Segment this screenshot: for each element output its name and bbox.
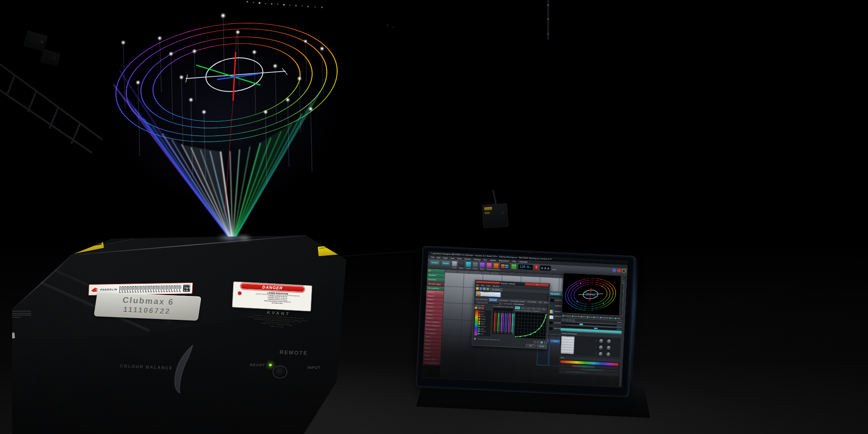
color-settings-content: Training colors Hue 0 — [472, 304, 549, 342]
dialog-menu-item[interactable]: File — [476, 284, 479, 286]
graph-option[interactable]: 1.0s — [526, 307, 531, 309]
input-text: INPUT — [307, 365, 321, 370]
ready-led — [269, 364, 272, 366]
live-bar-item[interactable]: Live Control — [562, 315, 571, 317]
menu-item[interactable]: Update — [490, 259, 496, 261]
menu-item[interactable]: Registration — [499, 259, 510, 262]
test-thumbnail — [549, 304, 554, 309]
menu-item[interactable]: Language — [519, 260, 528, 263]
parameter-list[interactable] — [561, 336, 575, 354]
rotation-knob[interactable] — [606, 339, 612, 344]
projector-settings-dialog: Projector settings ✕ FileEditColorSecuri… — [472, 279, 550, 349]
rocket-button[interactable]: Rocket — [472, 262, 478, 268]
hue-chip — [479, 316, 480, 317]
live-bar-item[interactable]: Zones — [593, 316, 599, 319]
dialog-menu-item[interactable]: Security — [493, 285, 499, 287]
axis-label: Y — [596, 346, 597, 348]
webcam-icon — [529, 253, 530, 254]
rotation-knob[interactable] — [606, 345, 612, 351]
stage-photo-scene: AVOID EXPOSURE LASER RADIATION EMITTED A… — [0, 0, 868, 434]
live-bar-item[interactable]: Effect — [581, 316, 586, 318]
pause-label[interactable]: Pause — [617, 321, 621, 323]
select-button[interactable]: Select — [458, 261, 464, 267]
transition-button[interactable]: Transition — [493, 263, 499, 269]
capture-color-button[interactable] — [478, 307, 480, 309]
master-label: Master — [552, 269, 557, 271]
dialog-tab[interactable]: Track settings — [526, 300, 537, 303]
menu-item[interactable]: View — [450, 257, 454, 259]
rotation-knob[interactable] — [598, 345, 604, 350]
apply-icon[interactable] — [540, 341, 543, 344]
rotation-knob[interactable] — [598, 351, 604, 357]
cloud-button[interactable]: Cloud — [451, 261, 457, 267]
pangolin-brand: PANGOLIN — [100, 288, 118, 291]
dialog-tab[interactable]: Spfx — [538, 300, 543, 304]
checkbox-icon[interactable] — [474, 338, 476, 339]
menu-item[interactable]: Run — [483, 259, 487, 261]
delete-color-button[interactable] — [481, 307, 484, 309]
open-icon[interactable] — [476, 287, 479, 289]
menu-item[interactable]: File — [431, 256, 434, 258]
live-bar-item[interactable]: Zone Card — [572, 315, 580, 317]
qr-code — [183, 285, 191, 292]
blade-button[interactable]: Blade — [479, 262, 485, 268]
blue-tool-icon[interactable] — [612, 269, 616, 272]
graph-option[interactable]: 8.0s — [542, 308, 546, 310]
menu-item[interactable]: Tools — [457, 257, 462, 260]
dark-tool-icon[interactable] — [622, 269, 625, 273]
palette-label: Color palette: — [503, 302, 513, 305]
live-item-icon — [593, 316, 595, 318]
zone-icon[interactable] — [566, 319, 568, 321]
remote-text: REMOTE — [279, 349, 308, 356]
live-item-icon — [587, 316, 588, 318]
ready-text: READY — [250, 363, 265, 367]
sidebar-page-tab[interactable]: Live Atmospherics — [423, 361, 440, 366]
live-bar-item[interactable]: Pause — [615, 317, 621, 319]
position-rotation-panel: Position and Rotation X Y Z — [559, 332, 621, 358]
zone-icon[interactable] — [569, 319, 572, 321]
zone-icon[interactable] — [562, 319, 565, 321]
test-patterns-button[interactable]: Test patterns — [490, 288, 503, 291]
add-color-button[interactable] — [475, 306, 477, 309]
timeline-tab[interactable]: Timeline — [429, 260, 440, 266]
test-thumbnail — [549, 309, 554, 314]
bezier-graph[interactable] — [513, 311, 547, 339]
hue-row[interactable]: Hue 240 — [478, 335, 490, 336]
dialog-tab[interactable]: Scan rate — [489, 298, 497, 302]
barcode — [119, 285, 181, 293]
preview-crosshair — [562, 273, 624, 316]
reset-icon[interactable] — [544, 341, 546, 344]
graph-option[interactable]: 0.5s — [521, 307, 526, 309]
graph-option[interactable]: 5.0s — [536, 307, 541, 310]
create-button[interactable]: Create — [465, 261, 471, 267]
rotation-knob[interactable] — [606, 352, 612, 357]
danger-label: DANGER ✸ LASER RADIATION AVOID EYE OR SK… — [232, 281, 312, 311]
red-tool-icon[interactable] — [617, 269, 621, 272]
rotation-knob[interactable] — [598, 338, 604, 344]
menu-item[interactable]: System — [464, 258, 471, 260]
menu-item[interactable]: Edit — [437, 256, 441, 258]
graph-option[interactable]: Ch 1 — [515, 306, 520, 309]
live-bar-item[interactable]: Video — [609, 317, 615, 319]
test-thumbnail — [549, 315, 554, 320]
live-bar-item[interactable]: PangoScript — [599, 316, 608, 319]
menu-item[interactable]: Help — [512, 260, 516, 262]
hue-chip — [479, 313, 480, 315]
cue-button[interactable] — [511, 263, 517, 270]
projector-item[interactable]: FB4 Projector 1 FB4 (LAN) — [476, 291, 501, 297]
edit-pencil-icon[interactable] — [533, 341, 536, 343]
bpm-display[interactable]: 120.0BPM — [518, 264, 533, 270]
graph-option[interactable]: 2.0s — [531, 307, 536, 310]
live-bar-item[interactable]: Beams — [587, 316, 593, 318]
ok-button[interactable]: OK — [526, 344, 536, 347]
playlist-tab[interactable]: Playlist — [441, 260, 450, 266]
zone-icon[interactable] — [572, 319, 575, 321]
multicube-button[interactable] — [500, 263, 510, 269]
cancel-button[interactable]: Cancel — [536, 344, 546, 348]
grid-icon[interactable] — [537, 341, 539, 343]
hue-chip — [478, 323, 480, 325]
menu-item[interactable]: Page — [443, 256, 448, 259]
dialog-tab[interactable]: Color Settings — [498, 299, 509, 302]
flashcube-button[interactable]: FlashCube — [486, 263, 492, 269]
menu-item[interactable]: Settings — [473, 258, 481, 261]
